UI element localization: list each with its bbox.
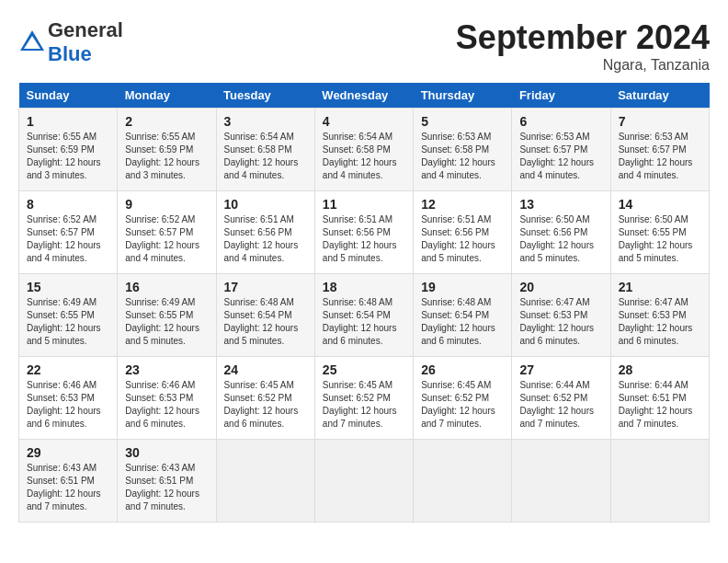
calendar-cell-12: 12Sunrise: 6:51 AMSunset: 6:56 PMDayligh… — [414, 191, 512, 274]
calendar-cell-14: 14Sunrise: 6:50 AMSunset: 6:55 PMDayligh… — [610, 191, 709, 274]
calendar-cell-16: 16Sunrise: 6:49 AMSunset: 6:55 PMDayligh… — [118, 274, 216, 357]
calendar-cell-9: 9Sunrise: 6:52 AMSunset: 6:57 PMDaylight… — [118, 191, 216, 274]
col-header-saturday: Saturday — [610, 83, 709, 109]
calendar-week-5: 29Sunrise: 6:43 AMSunset: 6:51 PMDayligh… — [19, 440, 710, 523]
calendar-cell-empty-4-5 — [512, 440, 610, 523]
col-header-sunday: Sunday — [19, 83, 118, 109]
calendar-cell-25: 25Sunrise: 6:45 AMSunset: 6:52 PMDayligh… — [314, 357, 413, 440]
calendar-cell-1: 1Sunrise: 6:55 AMSunset: 6:59 PMDaylight… — [19, 109, 118, 191]
calendar-cell-28: 28Sunrise: 6:44 AMSunset: 6:51 PMDayligh… — [610, 357, 709, 440]
col-header-tuesday: Tuesday — [216, 83, 314, 109]
calendar-cell-2: 2Sunrise: 6:55 AMSunset: 6:59 PMDaylight… — [118, 109, 216, 191]
calendar-cell-30: 30Sunrise: 6:43 AMSunset: 6:51 PMDayligh… — [118, 440, 216, 523]
calendar-cell-29: 29Sunrise: 6:43 AMSunset: 6:51 PMDayligh… — [19, 440, 118, 523]
calendar-cell-15: 15Sunrise: 6:49 AMSunset: 6:55 PMDayligh… — [19, 274, 118, 357]
calendar-cell-10: 10Sunrise: 6:51 AMSunset: 6:56 PMDayligh… — [216, 191, 314, 274]
logo: General Blue — [18, 18, 123, 66]
calendar-cell-empty-4-2 — [216, 440, 314, 523]
calendar-cell-empty-4-3 — [314, 440, 413, 523]
calendar-cell-26: 26Sunrise: 6:45 AMSunset: 6:52 PMDayligh… — [414, 357, 512, 440]
logo-blue-text: Blue — [48, 42, 92, 65]
calendar-cell-13: 13Sunrise: 6:50 AMSunset: 6:56 PMDayligh… — [512, 191, 610, 274]
calendar-cell-8: 8Sunrise: 6:52 AMSunset: 6:57 PMDaylight… — [19, 191, 118, 274]
location: Ngara, Tanzania — [456, 57, 710, 74]
calendar-cell-empty-4-4 — [414, 440, 512, 523]
calendar-week-4: 22Sunrise: 6:46 AMSunset: 6:53 PMDayligh… — [19, 357, 710, 440]
col-header-wednesday: Wednesday — [314, 83, 413, 109]
header: General Blue September 2024 Ngara, Tanza… — [18, 18, 710, 74]
calendar-week-1: 1Sunrise: 6:55 AMSunset: 6:59 PMDaylight… — [19, 109, 710, 191]
calendar-table: SundayMondayTuesdayWednesdayThursdayFrid… — [18, 83, 710, 523]
calendar-cell-3: 3Sunrise: 6:54 AMSunset: 6:58 PMDaylight… — [216, 109, 314, 191]
month-title: September 2024 — [456, 18, 710, 57]
calendar-week-2: 8Sunrise: 6:52 AMSunset: 6:57 PMDaylight… — [19, 191, 710, 274]
calendar-cell-empty-4-6 — [610, 440, 709, 523]
calendar-cell-18: 18Sunrise: 6:48 AMSunset: 6:54 PMDayligh… — [314, 274, 413, 357]
calendar-cell-17: 17Sunrise: 6:48 AMSunset: 6:54 PMDayligh… — [216, 274, 314, 357]
calendar-cell-27: 27Sunrise: 6:44 AMSunset: 6:52 PMDayligh… — [512, 357, 610, 440]
calendar-cell-11: 11Sunrise: 6:51 AMSunset: 6:56 PMDayligh… — [314, 191, 413, 274]
calendar-cell-23: 23Sunrise: 6:46 AMSunset: 6:53 PMDayligh… — [118, 357, 216, 440]
calendar-week-3: 15Sunrise: 6:49 AMSunset: 6:55 PMDayligh… — [19, 274, 710, 357]
calendar-cell-6: 6Sunrise: 6:53 AMSunset: 6:57 PMDaylight… — [512, 109, 610, 191]
calendar-cell-22: 22Sunrise: 6:46 AMSunset: 6:53 PMDayligh… — [19, 357, 118, 440]
logo-icon — [18, 29, 46, 56]
calendar-cell-21: 21Sunrise: 6:47 AMSunset: 6:53 PMDayligh… — [610, 274, 709, 357]
header-row: SundayMondayTuesdayWednesdayThursdayFrid… — [19, 83, 710, 109]
col-header-thursday: Thursday — [414, 83, 512, 109]
title-area: September 2024 Ngara, Tanzania — [456, 18, 710, 74]
col-header-friday: Friday — [512, 83, 610, 109]
logo-general-text: General — [48, 18, 123, 41]
calendar-cell-4: 4Sunrise: 6:54 AMSunset: 6:58 PMDaylight… — [314, 109, 413, 191]
calendar-cell-20: 20Sunrise: 6:47 AMSunset: 6:53 PMDayligh… — [512, 274, 610, 357]
calendar-cell-7: 7Sunrise: 6:53 AMSunset: 6:57 PMDaylight… — [610, 109, 709, 191]
col-header-monday: Monday — [118, 83, 216, 109]
calendar-cell-24: 24Sunrise: 6:45 AMSunset: 6:52 PMDayligh… — [216, 357, 314, 440]
calendar-cell-19: 19Sunrise: 6:48 AMSunset: 6:54 PMDayligh… — [414, 274, 512, 357]
calendar-cell-5: 5Sunrise: 6:53 AMSunset: 6:58 PMDaylight… — [414, 109, 512, 191]
